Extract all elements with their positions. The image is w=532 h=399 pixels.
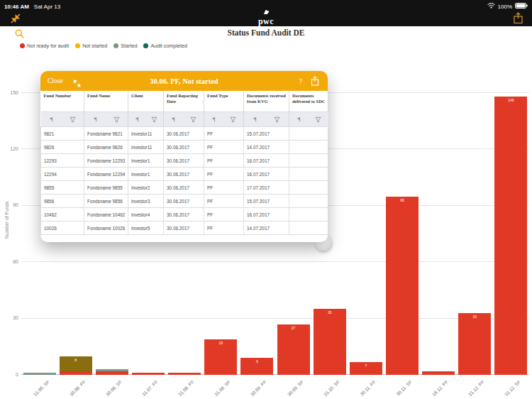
sort-icon[interactable]: [171, 113, 177, 126]
table-cell: 9855: [41, 181, 84, 195]
filter-icon[interactable]: [151, 113, 157, 126]
bar-segment[interactable]: [96, 369, 128, 371]
column-header[interactable]: Fund Reporting Date: [164, 91, 204, 112]
wifi-icon: [487, 3, 495, 10]
fund-table: Fund NumberFund NameClientFund Reporting…: [40, 91, 328, 235]
table-cell: PF: [204, 127, 244, 141]
y-tick-label: 60: [1, 259, 18, 264]
bar-segment[interactable]: [314, 309, 346, 375]
share-icon[interactable]: [513, 12, 523, 24]
top-bar: 10:46 AM Sat Apr 13 100% pwc: [0, 0, 532, 26]
table-cell: PF: [204, 141, 244, 154]
bar-segment[interactable]: [23, 373, 56, 375]
bar-segment[interactable]: [458, 313, 491, 375]
bar-value-label: 7: [350, 364, 382, 368]
filter-icon[interactable]: [70, 113, 76, 126]
legend-dot: [113, 43, 118, 48]
popup-table-body: 9821Fondsname 9821Investor1130.06.2017PF…: [41, 127, 328, 235]
close-button[interactable]: Close: [48, 77, 63, 84]
bar-value-label: 27: [277, 326, 310, 330]
sort-icon[interactable]: [253, 113, 258, 126]
table-row[interactable]: 10026Fondsname 10026Investor530.06.2017P…: [41, 222, 328, 235]
bar-segment[interactable]: [277, 324, 310, 376]
filter-cell: [128, 112, 164, 127]
legend-item[interactable]: Audit completed: [143, 43, 187, 49]
table-cell: 30.06.2017: [164, 222, 204, 235]
chart-legend: Not ready for auditNot startedStartedAud…: [20, 43, 187, 49]
table-cell: 10462: [41, 208, 84, 222]
bar-segment[interactable]: [168, 373, 201, 375]
table-cell: 15.07.2017: [244, 195, 289, 208]
y-tick-label: 90: [1, 202, 18, 207]
table-row[interactable]: 12294Fondsname 12294Investor130.06.2017P…: [41, 168, 328, 181]
bar-segment[interactable]: [494, 97, 527, 375]
legend-item-label: Audit completed: [150, 43, 187, 49]
filter-cell-icons: [85, 113, 127, 126]
table-cell: Fondsname 12294: [84, 168, 128, 181]
table-row[interactable]: 10462Fondsname 10462Investor430.06.2017P…: [41, 208, 328, 222]
y-tick-label: 0: [1, 372, 18, 377]
bar-value-label: 33: [458, 315, 491, 319]
table-cell: 30.06.2017: [164, 168, 204, 181]
column-header[interactable]: Documents received from KVG: [244, 91, 289, 112]
table-cell: 30.06.2017: [164, 181, 204, 195]
sort-icon[interactable]: [93, 113, 99, 126]
status-date: Sat Apr 13: [34, 4, 60, 10]
column-header[interactable]: Client: [128, 91, 164, 112]
table-header-row: Fund NumberFund NameClientFund Reporting…: [41, 91, 328, 112]
table-row[interactable]: 9856Fondsname 9856Investor330.06.2017PF1…: [41, 195, 328, 208]
sort-icon[interactable]: [135, 113, 140, 126]
filter-icon[interactable]: [315, 113, 321, 126]
bar-value-label: 9: [240, 359, 273, 364]
table-cell: Investor5: [128, 222, 164, 235]
popup-share-icon[interactable]: [311, 76, 319, 86]
table-row[interactable]: 9826Fondsname 9826Investor1130.06.2017PF…: [41, 141, 328, 154]
y-tick-label: 150: [1, 90, 18, 95]
table-row[interactable]: 9821Fondsname 9821Investor1130.06.2017PF…: [41, 127, 328, 141]
table-cell: [289, 141, 328, 154]
bar-segment[interactable]: [132, 373, 165, 375]
table-cell: 16.07.2017: [244, 154, 289, 168]
table-cell: 10026: [41, 222, 84, 235]
bar-segment[interactable]: [422, 371, 455, 375]
table-cell: Fondsname 10462: [84, 208, 128, 222]
expand-icon[interactable]: [73, 77, 81, 85]
table-cell: Fondsname 12293: [84, 154, 128, 168]
column-header[interactable]: Documents delivered to SDC: [289, 91, 328, 112]
table-cell: Investor4: [128, 208, 164, 222]
column-header[interactable]: Fund Type: [204, 91, 244, 112]
filter-icon[interactable]: [190, 113, 196, 126]
table-cell: PF: [204, 154, 244, 168]
legend-dot: [143, 43, 148, 48]
x-tick-label: 31.05. SF: [6, 379, 50, 399]
column-header[interactable]: Fund Name: [84, 91, 128, 112]
table-row[interactable]: 12293Fondsname 12293Investor130.06.2017P…: [41, 154, 328, 168]
bar-segment[interactable]: [386, 197, 419, 375]
bar-segment[interactable]: [96, 371, 128, 375]
column-header[interactable]: Fund Number: [41, 91, 84, 112]
legend-item[interactable]: Not started: [75, 43, 107, 49]
bar-value-label: 148: [494, 98, 527, 102]
gridline: [21, 261, 529, 262]
bar-value-label: 95: [386, 198, 419, 202]
table-row[interactable]: 9855Fondsname 9855Investor230.06.2017PF1…: [41, 181, 328, 195]
sort-icon[interactable]: [297, 113, 302, 126]
filter-cell: [41, 112, 84, 127]
bar-value-label: 8: [60, 358, 92, 362]
table-cell: PF: [204, 168, 244, 181]
filter-icon[interactable]: [274, 113, 280, 126]
filter-icon[interactable]: [230, 113, 236, 126]
filter-icon[interactable]: [113, 113, 120, 126]
sort-icon[interactable]: [211, 113, 217, 126]
filter-cell-icons: [42, 113, 84, 126]
legend-item[interactable]: Started: [113, 43, 137, 49]
filter-cell-icons: [205, 113, 243, 126]
table-cell: Investor2: [128, 181, 164, 195]
table-cell: 17.07.2017: [244, 181, 289, 195]
bar-segment[interactable]: [60, 371, 92, 375]
legend-item[interactable]: Not ready for audit: [20, 43, 69, 49]
help-button[interactable]: ?: [299, 77, 302, 85]
table-cell: Investor1: [128, 168, 164, 181]
table-cell: [289, 222, 328, 235]
sort-icon[interactable]: [49, 113, 55, 126]
